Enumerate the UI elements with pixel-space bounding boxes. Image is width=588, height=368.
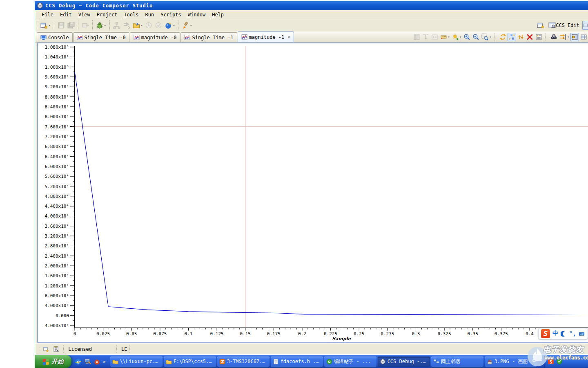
quick-launch-overflow-icon[interactable]: » — [103, 359, 106, 364]
toolbar-separator — [545, 34, 548, 41]
night-mode-icon[interactable] — [561, 331, 567, 337]
taskbar-task-7[interactable]: 3.PNG - 画图 — [485, 357, 537, 367]
ccs-debug-perspective-icon — [584, 22, 588, 28]
app-orange-icon — [219, 359, 225, 365]
menu-item-help[interactable]: Help — [209, 11, 227, 18]
console-icon — [40, 34, 47, 40]
grid-view-button[interactable] — [579, 33, 588, 41]
toolbar-group — [54, 20, 78, 30]
fit-width-button[interactable] — [430, 33, 439, 41]
dropdown-caret-icon[interactable]: ▾ — [173, 24, 175, 27]
windows-logo-icon — [42, 358, 49, 365]
flash-button[interactable]: ▾ — [163, 20, 176, 30]
tab-magnitude-1[interactable]: magnitude -1✕ — [238, 31, 294, 42]
watch-step-icon — [559, 34, 566, 40]
refresh-button[interactable] — [499, 33, 507, 41]
svg-text:H: H — [512, 37, 514, 40]
dropdown-caret-icon[interactable]: ▾ — [141, 24, 143, 27]
menu-item-window[interactable]: Window — [185, 11, 209, 18]
dropdown-caret-icon[interactable]: ▾ — [448, 35, 450, 39]
editor-state-icon[interactable] — [53, 346, 59, 352]
ccs-debug-perspective-button-cut[interactable] — [582, 21, 588, 30]
taskbar-task-4[interactable]: 编辑帖子 - ... — [324, 357, 376, 367]
svg-text:0.025: 0.025 — [96, 331, 110, 337]
align-center-icon — [422, 34, 429, 40]
sogou-ime-bar: S中°, — [538, 328, 588, 339]
taskbar-task-5[interactable]: CCS Debug -... — [378, 357, 430, 367]
sogou-tray-icon[interactable]: S — [548, 358, 554, 365]
measure-ruler-button[interactable]: ▾ — [439, 33, 451, 41]
menu-item-run[interactable]: Run — [142, 11, 158, 18]
magnitude-graph-canvas[interactable]: 1.080x10⁵1.040x10⁵1.000x10⁵9.600x10⁴9.20… — [37, 43, 588, 343]
load-program-button[interactable]: ▾ — [131, 20, 144, 30]
ccs-edit-perspective-button[interactable]: CCS Edit — [547, 20, 581, 30]
menu-item-project[interactable]: Project — [94, 11, 121, 18]
highlight-button[interactable]: ▾ — [180, 20, 193, 30]
dropdown-caret-icon[interactable]: ▾ — [104, 24, 106, 27]
taskbar-task-1[interactable]: F:\DSP\ccs5... — [164, 357, 216, 367]
start-button[interactable]: 开始 — [35, 355, 71, 368]
graph-icon — [241, 34, 247, 40]
restart-icon — [145, 22, 152, 29]
dropdown-caret-icon[interactable]: ▾ — [460, 35, 462, 39]
connect-target-button[interactable] — [112, 20, 122, 30]
svg-text:1.000x10⁵: 1.000x10⁵ — [45, 65, 69, 70]
sogou-logo-icon[interactable]: S — [541, 329, 550, 338]
fast-view-icon[interactable] — [43, 346, 49, 352]
menu-item-tools[interactable]: Tools — [120, 11, 142, 18]
sync-h-scale-button[interactable]: HH — [508, 33, 516, 41]
svg-text:4.000x10³: 4.000x10³ — [45, 303, 69, 308]
taskbar-task-0[interactable]: \\Liuxun-pc... — [110, 357, 163, 367]
restart-button[interactable] — [144, 20, 154, 30]
tab-console[interactable]: Console — [37, 32, 73, 42]
dropdown-caret-icon[interactable]: ▾ — [49, 24, 51, 27]
taskbar-task-3[interactable]: fdacoefs.h ... — [271, 357, 323, 367]
toolbar-groups: ▾▾▾▾▾ — [37, 20, 195, 30]
assembly-step-button[interactable] — [122, 20, 131, 30]
save-button[interactable] — [56, 20, 66, 30]
show-data-button[interactable] — [412, 33, 421, 41]
zoom-out-button[interactable] — [472, 33, 480, 41]
taskbar-task-2[interactable]: 3-TMS320C67... — [217, 357, 270, 367]
input-mode-icon[interactable]: 中 — [552, 330, 558, 337]
graph-properties-button[interactable] — [535, 33, 543, 41]
find-button[interactable] — [550, 33, 558, 41]
dropdown-caret-icon[interactable]: ▾ — [567, 35, 569, 39]
svg-text:0.35: 0.35 — [468, 331, 479, 337]
pin-view-button[interactable] — [570, 33, 579, 41]
tab-single-time-0[interactable]: Single Time -0 — [73, 32, 129, 42]
network-icon — [433, 359, 439, 365]
reset-button[interactable] — [154, 20, 163, 30]
task-label: F:\DSP\ccs5... — [174, 359, 214, 364]
remove-graph-button[interactable] — [526, 33, 534, 41]
taskbar-task-6[interactable]: 网上邻居 — [431, 357, 483, 367]
soft-keyboard-icon[interactable] — [579, 331, 585, 337]
dropdown-caret-icon[interactable]: ▾ — [190, 24, 192, 27]
zoom-in-button[interactable] — [463, 33, 471, 41]
watch-step-button[interactable]: ▾ — [559, 33, 570, 41]
menu-item-file[interactable]: File — [38, 11, 57, 18]
zoom-selection-button[interactable]: ▾ — [481, 33, 492, 41]
media-player-icon[interactable] — [94, 358, 100, 365]
new-wizard-button[interactable]: ▾ — [39, 20, 52, 30]
tab-single-time-1[interactable]: Single Time -1 — [180, 32, 237, 42]
save-all-button[interactable] — [66, 20, 76, 30]
debug-button[interactable]: ▾ — [95, 20, 107, 30]
ie-icon[interactable]: e — [75, 358, 82, 365]
console-link-button[interactable] — [80, 20, 90, 30]
menu-item-scripts[interactable]: Scripts — [157, 11, 185, 18]
close-tab-icon[interactable]: ✕ — [287, 34, 290, 40]
security-shield-icon[interactable] — [556, 358, 563, 365]
punctuation-icon[interactable]: °, — [569, 330, 576, 337]
svg-text:0.000: 0.000 — [56, 313, 69, 319]
dropdown-caret-icon[interactable]: ▾ — [489, 35, 491, 39]
align-center-button[interactable] — [421, 33, 430, 41]
scroll-graphs-button[interactable] — [517, 33, 525, 41]
menu-item-view[interactable]: View — [75, 11, 94, 18]
add-overlay-button[interactable]: ▾ — [451, 33, 463, 41]
open-perspective-button[interactable] — [536, 20, 546, 30]
ccs-edit-perspective-icon — [548, 22, 556, 29]
show-desktop-icon[interactable] — [84, 358, 91, 365]
tab-magnitude-0[interactable]: magnitude -0 — [130, 32, 180, 42]
menu-item-edit[interactable]: Edit — [57, 11, 75, 18]
